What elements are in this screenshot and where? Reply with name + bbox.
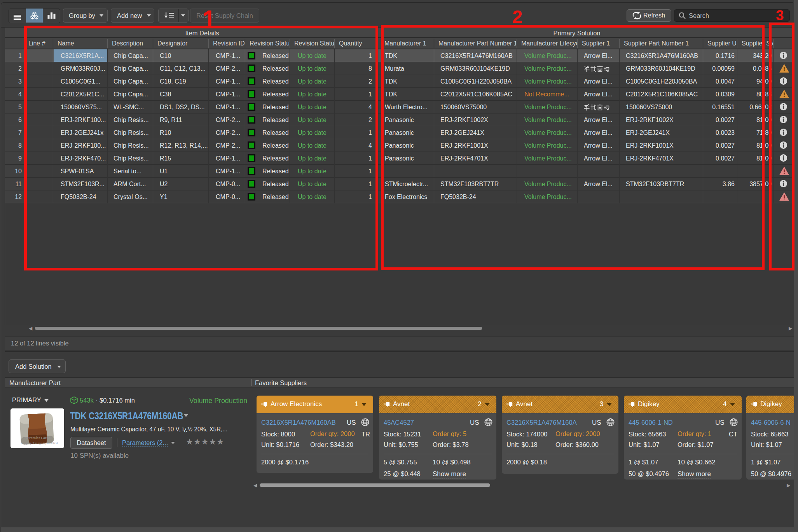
svg-text:NPremier Farnell: NPremier Farnell: [24, 436, 52, 440]
svg-text:Copying of image is prohibited: Copying of image is prohibited: [21, 442, 58, 445]
